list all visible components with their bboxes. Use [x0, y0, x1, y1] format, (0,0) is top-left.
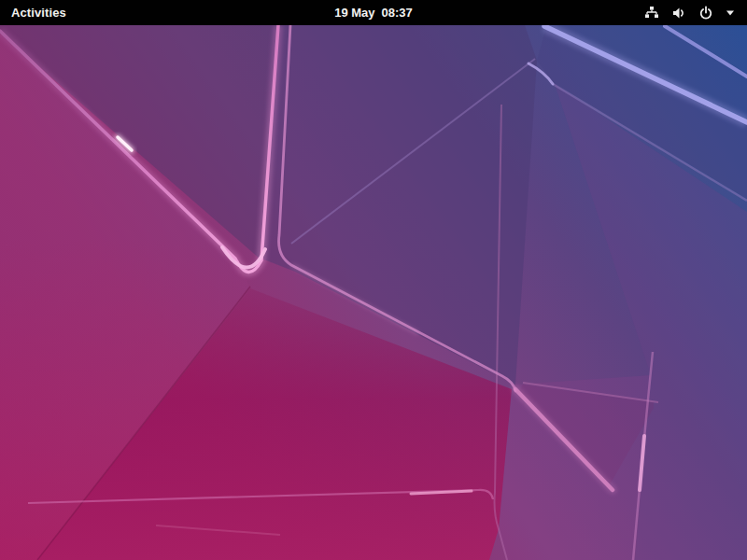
power-icon — [698, 6, 713, 21]
speaker-volume-icon — [671, 6, 686, 21]
desktop: Activities 19 May 08:37 — [0, 0, 747, 560]
activities-label: Activities — [11, 6, 66, 20]
clock-date: 19 May — [334, 6, 374, 20]
wallpaper-image — [0, 25, 747, 560]
system-tray-button[interactable] — [637, 0, 747, 25]
clock-time: 08:37 — [382, 6, 413, 20]
activities-button[interactable]: Activities — [0, 0, 78, 25]
chevron-down-icon — [726, 10, 735, 16]
network-wired-icon — [644, 6, 659, 21]
clock-button[interactable]: 19 May 08:37 — [334, 0, 413, 25]
top-bar: Activities 19 May 08:37 — [0, 0, 747, 25]
